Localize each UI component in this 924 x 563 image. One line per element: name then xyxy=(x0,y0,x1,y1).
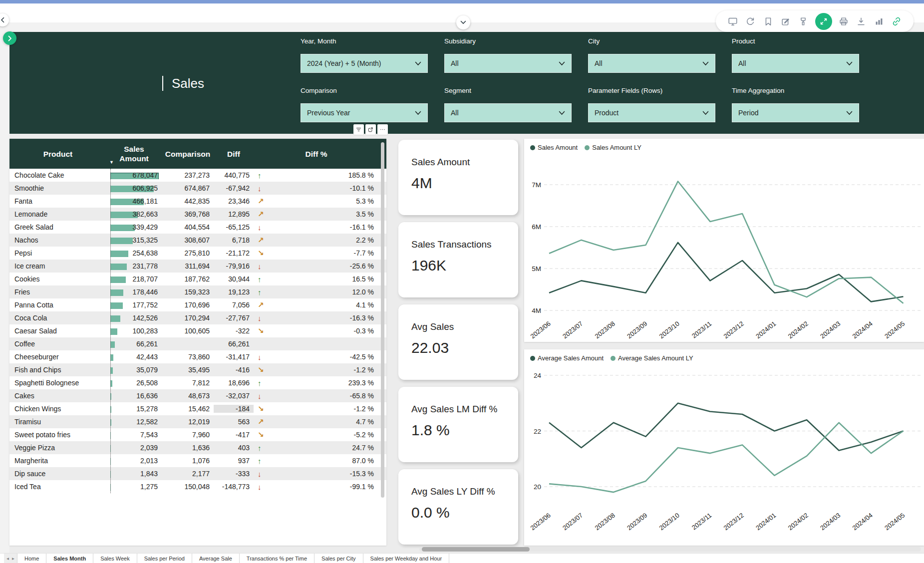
table-row-pepsi[interactable]: Pepsi254,638275,810-21,172↘-7.7 % xyxy=(9,247,386,260)
trend-down-icon: ↓ xyxy=(254,483,271,491)
table-row-margherita[interactable]: Margherita2,0131,076937↑87.0 % xyxy=(9,454,386,467)
table-row-sweet-potato-fries[interactable]: Sweet potato fries7,5437,960-417↘-5.2 % xyxy=(9,428,386,441)
cell-comparison: 1,076 xyxy=(162,457,214,465)
filter-dropdown-parameter-fields-rows[interactable]: Product xyxy=(588,103,715,122)
edit-icon[interactable] xyxy=(780,15,792,27)
table-row-panna-cotta[interactable]: Panna Cotta177,752170,6967,056↗4.1 % xyxy=(9,298,386,311)
table-row-chocolate-cake[interactable]: Chocolate Cake678,047237,273440,775↑185.… xyxy=(9,169,386,182)
cell-comparison: 369,768 xyxy=(162,210,214,218)
table-row-coca-cola[interactable]: Coca Cola142,526170,294-27,767↓-16.3 % xyxy=(9,311,386,324)
column-header-diff[interactable]: Diff xyxy=(214,139,254,169)
cell-sales-amount: 100,283 xyxy=(106,327,162,335)
table-row-dip-sauce[interactable]: Dip sauce1,8432,177-333↓-15.3 % xyxy=(9,467,386,480)
link-icon[interactable] xyxy=(891,15,903,27)
cell-diff: 7,056 xyxy=(214,301,254,309)
bookmark-icon[interactable] xyxy=(762,15,774,27)
tab-sales-week[interactable]: Sales Week xyxy=(93,554,137,563)
tab-sales-per-city[interactable]: Sales per City xyxy=(314,554,363,563)
table-row-veggie-pizza[interactable]: Veggie Pizza2,0391,636403↑24.7 % xyxy=(9,441,386,454)
cell-diff: 12,895 xyxy=(214,210,254,218)
table-row-chicken-wings[interactable]: Chicken Wings15,27815,462-184↘-1.2 % xyxy=(9,402,386,415)
kpi-title: Sales Amount xyxy=(411,157,513,168)
column-header-sales-amount[interactable]: Sales Amount▼ xyxy=(106,139,162,169)
table-row-spaghetti-bolognese[interactable]: Spaghetti Bolognese26,5087,81218,696↑239… xyxy=(9,376,386,389)
cell-sales-amount: 42,443 xyxy=(106,353,162,361)
table-row-caesar-salad[interactable]: Caesar Salad100,283100,605-322↘-0.3 % xyxy=(9,324,386,337)
filter-city: CityAll xyxy=(588,37,715,73)
filter-dropdown-time-aggregation[interactable]: Period xyxy=(732,103,859,122)
trend-down-icon: ↓ xyxy=(254,314,271,322)
cell-product: Margherita xyxy=(9,457,106,465)
tab-home[interactable]: Home xyxy=(17,554,46,563)
table-row-tiramisu[interactable]: Tiramisu12,58212,019563↗4.7 % xyxy=(9,415,386,428)
table-row-cheeseburger[interactable]: Cheeseburger42,44373,860-31,417↓-42.5 % xyxy=(9,350,386,363)
table-vertical-scrollbar[interactable] xyxy=(381,142,384,498)
filter-icon[interactable] xyxy=(353,124,364,135)
trend-down-right-icon: ↘ xyxy=(254,430,271,439)
tab-sales-month[interactable]: Sales Month xyxy=(46,554,93,563)
filter-dropdown-segment[interactable]: All xyxy=(444,103,572,122)
display-icon[interactable] xyxy=(727,15,739,27)
download-icon[interactable] xyxy=(855,15,867,27)
filter-dropdown-comparison[interactable]: Previous Year xyxy=(301,103,428,122)
table-row-ice-cream[interactable]: Ice cream231,778311,694-79,916↓-25.6 % xyxy=(9,260,386,273)
tab-nav-arrows[interactable]: ◄ ► xyxy=(4,554,17,563)
format-painter-icon[interactable] xyxy=(797,15,809,27)
trend-down-icon: ↓ xyxy=(254,262,271,271)
cell-diff-pct: ↓-42.5 % xyxy=(254,353,379,361)
filter-dropdown-city[interactable]: All xyxy=(588,54,715,73)
table-row-iced-tea[interactable]: Iced Tea1,275150,048-148,773↓-99.1 % xyxy=(9,480,386,493)
table-row-lemonade[interactable]: Lemonade382,663369,76812,895↗3.5 % xyxy=(9,208,386,221)
filter-label: Time Aggregation xyxy=(732,87,859,96)
tab-sales-per-period[interactable]: Sales per Period xyxy=(137,554,192,563)
table-row-fish-and-chips[interactable]: Fish and Chips35,07935,495-416↘-1.2 % xyxy=(9,363,386,376)
print-icon[interactable] xyxy=(838,15,850,27)
filter-dropdown-year-month[interactable]: 2024 (Year) + 5 (Month) xyxy=(301,54,428,73)
cell-sales-amount: 177,752 xyxy=(106,301,162,309)
cell-diff-pct: ↑87.0 % xyxy=(254,457,379,465)
cell-diff: -31,417 xyxy=(214,353,254,361)
tab-transactions-per-time[interactable]: Transactions % per Time xyxy=(240,554,314,563)
refresh-icon[interactable] xyxy=(744,15,756,27)
table-row-cookies[interactable]: Cookies218,707187,76230,944↑16.5 % xyxy=(9,273,386,285)
tab-average-sale[interactable]: Average Sale xyxy=(192,554,240,563)
table-row-greek-salad[interactable]: Greek Salad339,429404,554-65,125↓-16.1 % xyxy=(9,221,386,234)
table-row-fries[interactable]: Fries178,446159,32319,123↑12.0 % xyxy=(9,285,386,298)
focus-mode-icon[interactable] xyxy=(365,124,376,135)
cell-diff: -27,767 xyxy=(214,314,254,322)
collapse-actionbar-button[interactable] xyxy=(456,15,470,29)
filter-dropdown-subsidiary[interactable]: All xyxy=(444,54,572,73)
horizontal-scrollbar-thumb[interactable] xyxy=(422,547,530,552)
cell-product: Coffee xyxy=(9,340,106,348)
fit-to-screen-icon[interactable] xyxy=(815,13,832,30)
sales-data-bar xyxy=(110,315,120,322)
cell-diff-pct: ↘-5.2 % xyxy=(254,430,379,439)
cell-diff: 563 xyxy=(214,418,254,426)
more-options-icon[interactable] xyxy=(377,124,388,135)
cell-diff: 23,346 xyxy=(214,197,254,205)
table-row-coffee[interactable]: Coffee66,26166,261 xyxy=(9,337,386,350)
table-row-nachos[interactable]: Nachos315,325308,6076,718↗2.2 % xyxy=(9,234,386,247)
column-header-product[interactable]: Product xyxy=(9,139,106,169)
column-header-diff[interactable]: Diff % xyxy=(254,139,379,169)
table-row-fanta[interactable]: Fanta466,181442,83523,346↗5.3 % xyxy=(9,195,386,208)
table-row-cakes[interactable]: Cakes16,63648,673-32,037↓-65.8 % xyxy=(9,389,386,402)
tab-sales-per-weekday-and-hour[interactable]: Sales per Weekday and Hour xyxy=(363,554,450,563)
cell-comparison: 1,636 xyxy=(162,444,214,452)
svg-text:2024/01: 2024/01 xyxy=(754,512,777,532)
cell-diff-pct: ↓-15.3 % xyxy=(254,470,379,478)
filter-selected-value: All xyxy=(451,59,459,67)
table-row-smoothie[interactable]: Smoothie606,925674,867-67,942↓-10.1 % xyxy=(9,182,386,195)
cell-sales-amount: 7,543 xyxy=(106,431,162,439)
expand-pane-button[interactable] xyxy=(3,31,16,45)
column-header-comparison[interactable]: Comparison xyxy=(162,139,214,169)
insights-icon[interactable] xyxy=(873,15,885,27)
filter-dropdown-product[interactable]: All xyxy=(732,54,859,73)
legend-item-average-sales-amount-ly: Average Sales Amount LY xyxy=(611,354,693,362)
chevron-down-icon xyxy=(415,108,421,117)
series-line-average-sales-amount xyxy=(549,403,904,451)
filter-label: Comparison xyxy=(301,87,428,96)
cell-diff: 937 xyxy=(214,457,254,465)
page-title: Sales xyxy=(162,76,204,91)
cell-diff: -148,773 xyxy=(214,483,254,491)
